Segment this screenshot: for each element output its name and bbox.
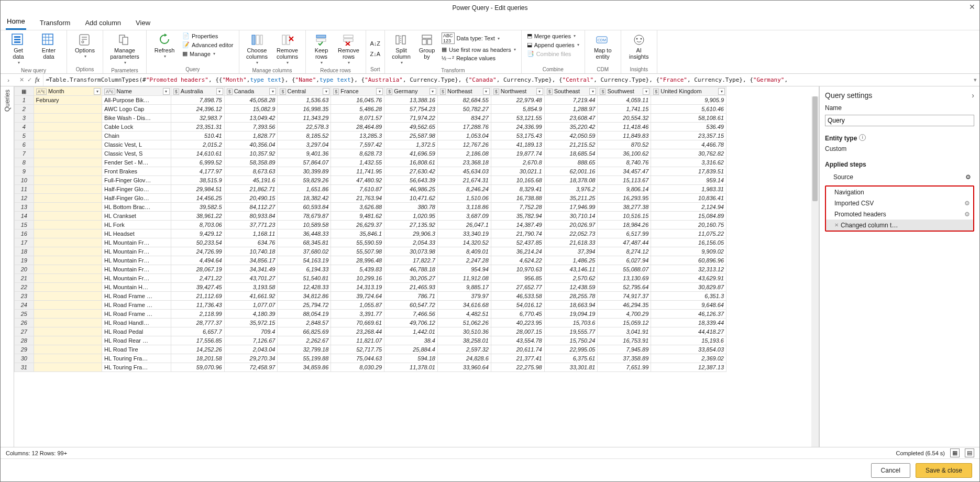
table-row[interactable]: 31HL Touring Fra…59,070.9672,458.9734,85… xyxy=(15,363,726,372)
cell[interactable]: 1,510.06 xyxy=(437,194,491,203)
cell[interactable]: 60,896.96 xyxy=(651,256,726,265)
cell[interactable]: 11,912.08 xyxy=(437,274,491,283)
cell[interactable]: 17,946.99 xyxy=(544,203,598,212)
cell[interactable]: 1,168.11 xyxy=(224,229,278,238)
cell[interactable]: 11,075.22 xyxy=(651,229,726,238)
cell[interactable]: 24,726.99 xyxy=(171,247,224,256)
cell[interactable]: 2,118.99 xyxy=(171,310,224,319)
cell[interactable]: 13,130.69 xyxy=(598,274,651,283)
cell[interactable]: 6,517.99 xyxy=(598,229,651,238)
sort-desc-button[interactable]: Z↓A xyxy=(369,50,382,58)
cell[interactable]: 34,616.68 xyxy=(437,301,491,310)
cell[interactable]: 49,562.65 xyxy=(384,123,438,132)
cell[interactable]: 45,634.03 xyxy=(437,167,491,176)
cell[interactable]: 59,070.96 xyxy=(171,363,224,372)
cell[interactable]: 7,597.42 xyxy=(331,140,384,149)
cell[interactable]: 19,877.74 xyxy=(491,149,544,158)
cell[interactable]: 58,108.61 xyxy=(651,114,726,123)
grid-view-icon[interactable]: ▦ xyxy=(950,448,960,457)
table-row[interactable]: 20HL Mountain Fr…28,067.1934,341.496,194… xyxy=(15,265,726,274)
cell[interactable]: Chain xyxy=(102,132,171,140)
cell[interactable] xyxy=(34,114,102,123)
cell[interactable]: HL Mountain H… xyxy=(102,283,171,292)
table-row[interactable]: 25HL Road Frame …2,118.994,180.3988,054.… xyxy=(15,310,726,319)
cell[interactable]: Classic Vest, S xyxy=(102,149,171,158)
merge-queries-button[interactable]: ⬒Merge queries▾ xyxy=(525,31,581,40)
cell[interactable]: 22,979.48 xyxy=(491,96,544,105)
column-header[interactable]: AᴮcMonth▾ xyxy=(34,87,102,96)
tab-home[interactable]: Home xyxy=(6,15,26,30)
remove-rows-button[interactable]: Remove rows▾ xyxy=(335,31,362,67)
cell[interactable]: 1,486.25 xyxy=(544,256,598,265)
cell[interactable]: 6,999.52 xyxy=(171,158,224,167)
cell[interactable]: HL Mountain Fr… xyxy=(102,238,171,247)
cell[interactable]: 536.49 xyxy=(651,123,726,132)
cell[interactable]: 34,812.86 xyxy=(278,292,331,301)
cell[interactable]: 46,788.18 xyxy=(384,265,438,274)
cell[interactable]: 41,696.59 xyxy=(384,149,438,158)
row-number[interactable]: 19 xyxy=(15,256,34,265)
cell[interactable]: 10,970.63 xyxy=(491,265,544,274)
cell[interactable]: 29,984.51 xyxy=(171,185,224,194)
row-number[interactable]: 1 xyxy=(15,96,34,105)
cell[interactable]: 8,246.24 xyxy=(437,185,491,194)
cell[interactable]: 21,377.41 xyxy=(491,354,544,363)
cell[interactable]: 594.18 xyxy=(384,354,438,363)
cell[interactable]: 7,752.28 xyxy=(491,203,544,212)
cell[interactable]: 18,984.26 xyxy=(598,221,651,229)
cell[interactable]: 37,394 xyxy=(544,247,598,256)
fx-icon[interactable]: fx xyxy=(35,76,40,84)
cell[interactable]: 38.4 xyxy=(384,336,438,345)
cell[interactable]: 634.76 xyxy=(224,238,278,247)
cell[interactable]: 12,767.26 xyxy=(437,140,491,149)
cell[interactable]: 52,437.85 xyxy=(491,238,544,247)
table-row[interactable]: 26HL Road Handl…28,777.3735,972.152,848.… xyxy=(15,319,726,327)
cell[interactable]: 7,651.99 xyxy=(598,363,651,372)
cell[interactable]: 36,448.33 xyxy=(278,229,331,238)
cell[interactable]: 30,762.82 xyxy=(651,149,726,158)
cell[interactable]: 70,669.61 xyxy=(331,319,384,327)
row-number[interactable]: 21 xyxy=(15,274,34,283)
cell[interactable]: 11,378.01 xyxy=(384,363,438,372)
row-number[interactable]: 11 xyxy=(15,185,34,194)
cell[interactable]: 18,382.42 xyxy=(278,194,331,203)
cell[interactable] xyxy=(34,256,102,265)
save-close-button[interactable]: Save & close xyxy=(916,463,972,478)
cell[interactable]: 2,471.22 xyxy=(171,274,224,283)
cell[interactable]: February xyxy=(34,96,102,105)
cell[interactable]: 46,533.58 xyxy=(491,292,544,301)
cell[interactable]: HL Touring Fra… xyxy=(102,354,171,363)
cell[interactable]: 55,507.98 xyxy=(331,247,384,256)
step-source[interactable]: Source ⚙ xyxy=(825,171,974,182)
cell[interactable]: 10,165.68 xyxy=(491,176,544,185)
cell[interactable]: 15,193.6 xyxy=(651,336,726,345)
properties-button[interactable]: 📄Properties xyxy=(180,31,236,40)
column-header[interactable]: $Northeast▾ xyxy=(437,87,491,96)
cell[interactable]: 33,340.19 xyxy=(437,229,491,238)
cell[interactable]: 20,026.97 xyxy=(544,221,598,229)
row-number[interactable]: 27 xyxy=(15,327,34,336)
table-row[interactable]: 7Classic Vest, S14,610.6110,357.929,401.… xyxy=(15,149,726,158)
column-header[interactable]: $Central▾ xyxy=(278,87,331,96)
cell[interactable]: 1,983.31 xyxy=(651,185,726,194)
cell[interactable]: 24,828.6 xyxy=(437,354,491,363)
close-icon[interactable]: ✕ xyxy=(969,3,975,11)
column-header[interactable]: $Germany▾ xyxy=(384,87,438,96)
cell[interactable]: 30,399.89 xyxy=(278,167,331,176)
cell[interactable]: 14,313.19 xyxy=(331,283,384,292)
column-filter-icon[interactable]: ▾ xyxy=(536,88,543,95)
cell[interactable] xyxy=(34,292,102,301)
cell[interactable]: 33,960.64 xyxy=(437,363,491,372)
cell[interactable]: Half-Finger Glo… xyxy=(102,194,171,203)
cell[interactable]: 44,418.27 xyxy=(651,327,726,336)
cell[interactable]: 49,706.12 xyxy=(384,319,438,327)
cell[interactable] xyxy=(34,265,102,274)
table-row[interactable]: 3Bike Wash - Dis…32,983.713,049.4211,343… xyxy=(15,114,726,123)
cell[interactable]: 35,782.94 xyxy=(491,212,544,221)
cell[interactable]: 28,777.37 xyxy=(171,319,224,327)
cell[interactable]: 2,369.02 xyxy=(651,354,726,363)
cell[interactable]: 5,439.83 xyxy=(331,265,384,274)
cell[interactable]: 2,262.67 xyxy=(278,336,331,345)
cell[interactable]: 60,593.84 xyxy=(278,203,331,212)
cell[interactable]: 36,214.24 xyxy=(491,247,544,256)
